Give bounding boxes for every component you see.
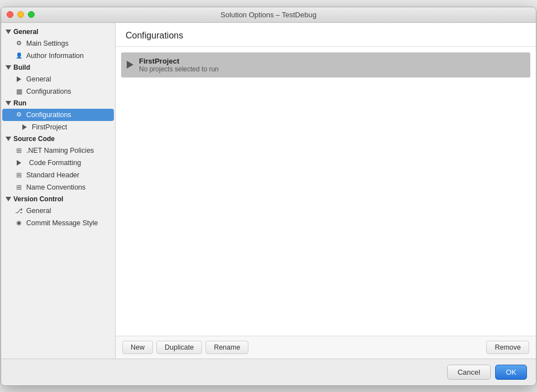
ok-button[interactable]: OK <box>495 365 527 380</box>
config-item-firstproject[interactable]: FirstProject No projects selected to run <box>121 52 530 78</box>
grid-icon <box>15 87 23 96</box>
arrow-down-icon <box>6 29 11 35</box>
config-item-info: FirstProject No projects selected to run <box>139 57 219 73</box>
sidebar-item-run-configurations[interactable]: ⚙ Configurations <box>2 109 114 121</box>
duplicate-button[interactable]: Duplicate <box>156 341 202 354</box>
arrow-down-icon-sc <box>6 136 11 142</box>
arrow-down-icon-vc <box>6 196 11 202</box>
sidebar-item-author-information[interactable]: Author Information <box>2 50 114 62</box>
remove-button[interactable]: Remove <box>486 341 529 354</box>
arrow-down-icon-run <box>6 100 11 106</box>
gear-run-icon: ⚙ <box>15 110 23 119</box>
sidebar-item-name-conventions-label: Name Conventions <box>26 183 85 191</box>
sidebar-item-name-conventions[interactable]: Name Conventions <box>2 181 114 193</box>
sidebar-item-standard-header-label: Standard Header <box>26 171 79 179</box>
sidebar-item-vc-general[interactable]: General <box>2 205 114 217</box>
sidebar-section-build-label: Build <box>13 64 30 71</box>
sidebar-item-main-settings[interactable]: Main Settings <box>2 37 114 50</box>
sidebar-section-version-control[interactable]: Version Control <box>1 193 115 205</box>
titlebar: Solution Options – TestDebug <box>1 7 536 23</box>
grid2-icon-sh <box>15 171 23 180</box>
maximize-button[interactable] <box>28 11 35 18</box>
sidebar-item-naming-policies[interactable]: .NET Naming Policies <box>2 144 114 157</box>
sidebar-item-code-formatting[interactable]: Code Formatting <box>2 157 114 169</box>
new-button[interactable]: New <box>122 341 153 354</box>
sidebar-item-main-settings-label: Main Settings <box>26 40 69 47</box>
sidebar-item-firstproject[interactable]: FirstProject <box>2 121 114 133</box>
footer: Cancel OK <box>1 359 536 385</box>
commit-icon <box>15 219 23 228</box>
sidebar-item-commit-message-style-label: Commit Message Style <box>26 219 98 227</box>
sidebar-section-run-label: Run <box>13 99 26 107</box>
grid2-icon-nc <box>15 183 23 192</box>
sidebar-section-build[interactable]: Build <box>1 62 115 73</box>
sidebar-section-source-code[interactable]: Source Code <box>1 133 115 144</box>
sidebar-item-build-general-label: General <box>26 75 51 83</box>
user-icon <box>15 51 23 60</box>
minimize-button[interactable] <box>17 11 24 18</box>
cancel-button[interactable]: Cancel <box>447 365 491 380</box>
main-window: Solution Options – TestDebug General Mai… <box>1 7 536 386</box>
config-list: FirstProject No projects selected to run <box>116 47 536 336</box>
sidebar-item-build-configurations[interactable]: Configurations <box>2 85 114 98</box>
sidebar-item-standard-header[interactable]: Standard Header <box>2 169 114 181</box>
sidebar-item-vc-general-label: General <box>26 207 51 215</box>
config-name: FirstProject <box>139 57 219 65</box>
sidebar: General Main Settings Author Information… <box>1 23 116 359</box>
triangle-grid-icon <box>15 158 23 167</box>
main-content: General Main Settings Author Information… <box>1 23 536 359</box>
play-icon <box>127 61 133 69</box>
sidebar-item-run-configurations-label: Configurations <box>26 111 71 119</box>
window-controls <box>7 11 35 18</box>
sidebar-section-run[interactable]: Run <box>1 98 115 109</box>
gear-icon <box>15 39 23 48</box>
sidebar-section-version-control-label: Version Control <box>13 195 63 203</box>
window-title: Solution Options – TestDebug <box>220 11 317 19</box>
arrow-down-icon-build <box>6 65 11 70</box>
content-toolbar: New Duplicate Rename Remove <box>116 336 536 359</box>
close-button[interactable] <box>7 11 13 18</box>
sidebar-item-author-information-label: Author Information <box>26 52 84 60</box>
sidebar-item-build-configurations-label: Configurations <box>26 88 71 95</box>
sidebar-section-general[interactable]: General <box>1 26 115 37</box>
sidebar-section-source-code-label: Source Code <box>13 135 55 143</box>
triangle-right-icon <box>15 75 23 84</box>
sidebar-item-code-formatting-label: Code Formatting <box>29 159 81 167</box>
sidebar-item-commit-message-style[interactable]: Commit Message Style <box>2 217 114 229</box>
sidebar-item-firstproject-label: FirstProject <box>32 123 67 131</box>
sidebar-section-general-label: General <box>13 28 39 36</box>
config-desc: No projects selected to run <box>139 65 219 73</box>
sidebar-item-build-general[interactable]: General <box>2 73 114 85</box>
rename-button[interactable]: Rename <box>205 341 248 354</box>
grid2-icon <box>15 146 23 155</box>
triangle-right-fp-icon <box>20 123 29 132</box>
branch-icon <box>15 206 23 215</box>
content-area: Configurations FirstProject No projects … <box>116 23 536 359</box>
sidebar-item-naming-policies-label: .NET Naming Policies <box>26 147 94 154</box>
content-title: Configurations <box>116 23 536 47</box>
